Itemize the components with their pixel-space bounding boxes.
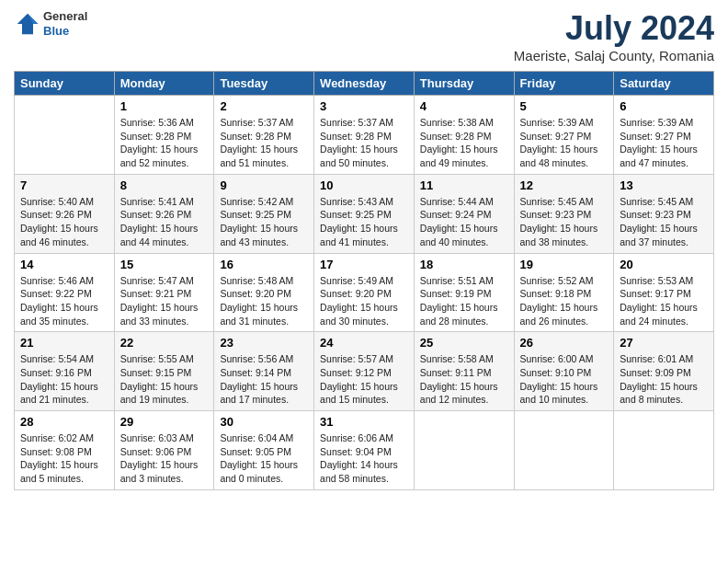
- day-info: Sunrise: 5:42 AM Sunset: 9:25 PM Dayligh…: [220, 195, 308, 249]
- calendar-cell: 7Sunrise: 5:40 AM Sunset: 9:26 PM Daylig…: [15, 174, 115, 253]
- day-info: Sunrise: 5:53 AM Sunset: 9:17 PM Dayligh…: [620, 274, 708, 328]
- weekday-header-monday: Monday: [114, 72, 214, 96]
- day-info: Sunrise: 6:01 AM Sunset: 9:09 PM Dayligh…: [620, 352, 708, 407]
- calendar-cell: 26Sunrise: 6:00 AM Sunset: 9:10 PM Dayli…: [514, 332, 614, 411]
- day-info: Sunrise: 5:39 AM Sunset: 9:27 PM Dayligh…: [520, 116, 609, 170]
- day-number: 14: [20, 258, 108, 271]
- calendar-cell: [614, 411, 714, 490]
- calendar-cell: 9Sunrise: 5:42 AM Sunset: 9:25 PM Daylig…: [214, 174, 314, 253]
- day-info: Sunrise: 5:44 AM Sunset: 9:24 PM Dayligh…: [420, 195, 508, 249]
- weekday-header-wednesday: Wednesday: [314, 72, 415, 96]
- calendar-cell: 31Sunrise: 6:06 AM Sunset: 9:04 PM Dayli…: [314, 411, 415, 490]
- day-number: 22: [120, 336, 209, 350]
- day-number: 5: [520, 99, 609, 113]
- day-info: Sunrise: 6:03 AM Sunset: 9:06 PM Dayligh…: [120, 431, 209, 486]
- calendar-cell: [15, 96, 115, 175]
- day-number: 26: [520, 336, 609, 350]
- calendar-cell: 2Sunrise: 5:37 AM Sunset: 9:28 PM Daylig…: [214, 96, 314, 175]
- calendar-cell: 28Sunrise: 6:02 AM Sunset: 9:08 PM Dayli…: [15, 411, 115, 490]
- day-info: Sunrise: 5:36 AM Sunset: 9:28 PM Dayligh…: [120, 116, 209, 170]
- calendar-cell: 21Sunrise: 5:54 AM Sunset: 9:16 PM Dayli…: [15, 332, 115, 411]
- day-number: 4: [420, 99, 508, 113]
- day-number: 30: [220, 415, 308, 429]
- day-number: 15: [120, 258, 209, 271]
- calendar-cell: 13Sunrise: 5:45 AM Sunset: 9:23 PM Dayli…: [614, 174, 714, 253]
- logo-text: General Blue: [43, 9, 87, 38]
- calendar-cell: 24Sunrise: 5:57 AM Sunset: 9:12 PM Dayli…: [314, 332, 415, 411]
- day-number: 28: [20, 415, 108, 429]
- calendar-cell: 3Sunrise: 5:37 AM Sunset: 9:28 PM Daylig…: [314, 96, 415, 175]
- day-number: 25: [420, 336, 508, 350]
- calendar-cell: 22Sunrise: 5:55 AM Sunset: 9:15 PM Dayli…: [114, 332, 214, 411]
- logo-icon: [14, 10, 41, 38]
- calendar-cell: 18Sunrise: 5:51 AM Sunset: 9:19 PM Dayli…: [414, 253, 514, 332]
- day-number: 31: [320, 415, 408, 429]
- day-number: 16: [220, 258, 308, 271]
- day-info: Sunrise: 5:58 AM Sunset: 9:11 PM Dayligh…: [420, 352, 508, 407]
- weekday-header-sunday: Sunday: [15, 72, 115, 96]
- day-number: 17: [320, 258, 408, 271]
- day-number: 13: [620, 178, 708, 192]
- day-info: Sunrise: 6:06 AM Sunset: 9:04 PM Dayligh…: [320, 431, 408, 486]
- calendar-cell: 10Sunrise: 5:43 AM Sunset: 9:25 PM Dayli…: [314, 174, 415, 253]
- calendar-cell: 8Sunrise: 5:41 AM Sunset: 9:26 PM Daylig…: [114, 174, 214, 253]
- day-info: Sunrise: 5:54 AM Sunset: 9:16 PM Dayligh…: [20, 352, 108, 407]
- calendar-cell: 4Sunrise: 5:38 AM Sunset: 9:28 PM Daylig…: [414, 96, 514, 175]
- day-info: Sunrise: 5:45 AM Sunset: 9:23 PM Dayligh…: [620, 195, 708, 249]
- day-info: Sunrise: 5:56 AM Sunset: 9:14 PM Dayligh…: [220, 352, 308, 407]
- calendar-cell: 5Sunrise: 5:39 AM Sunset: 9:27 PM Daylig…: [514, 96, 614, 175]
- day-info: Sunrise: 5:47 AM Sunset: 9:21 PM Dayligh…: [120, 274, 209, 328]
- day-number: 7: [20, 178, 108, 192]
- weekday-header-saturday: Saturday: [614, 72, 714, 96]
- day-number: 29: [120, 415, 209, 429]
- weekday-header-thursday: Thursday: [414, 72, 514, 96]
- day-info: Sunrise: 5:49 AM Sunset: 9:20 PM Dayligh…: [320, 274, 408, 328]
- calendar-cell: 1Sunrise: 5:36 AM Sunset: 9:28 PM Daylig…: [114, 96, 214, 175]
- day-info: Sunrise: 6:00 AM Sunset: 9:10 PM Dayligh…: [520, 352, 609, 407]
- page-header: General Blue July 2024 Maeriste, Salaj C…: [14, 9, 714, 63]
- calendar-cell: 23Sunrise: 5:56 AM Sunset: 9:14 PM Dayli…: [214, 332, 314, 411]
- day-number: 27: [620, 336, 708, 350]
- day-number: 2: [220, 99, 308, 113]
- weekday-header-friday: Friday: [514, 72, 614, 96]
- calendar-cell: 12Sunrise: 5:45 AM Sunset: 9:23 PM Dayli…: [514, 174, 614, 253]
- month-title: July 2024: [514, 9, 714, 48]
- day-info: Sunrise: 5:38 AM Sunset: 9:28 PM Dayligh…: [420, 116, 508, 170]
- day-number: 6: [620, 99, 708, 113]
- day-number: 8: [120, 178, 209, 192]
- day-number: 18: [420, 258, 508, 271]
- calendar-table: SundayMondayTuesdayWednesdayThursdayFrid…: [14, 71, 714, 490]
- calendar-cell: [414, 411, 514, 490]
- weekday-header-tuesday: Tuesday: [214, 72, 314, 96]
- day-info: Sunrise: 5:39 AM Sunset: 9:27 PM Dayligh…: [620, 116, 708, 170]
- day-number: 19: [520, 258, 609, 271]
- day-number: 21: [20, 336, 108, 350]
- day-number: 1: [120, 99, 209, 113]
- day-info: Sunrise: 6:04 AM Sunset: 9:05 PM Dayligh…: [220, 431, 308, 486]
- calendar-cell: 16Sunrise: 5:48 AM Sunset: 9:20 PM Dayli…: [214, 253, 314, 332]
- calendar-cell: 11Sunrise: 5:44 AM Sunset: 9:24 PM Dayli…: [414, 174, 514, 253]
- day-info: Sunrise: 5:46 AM Sunset: 9:22 PM Dayligh…: [20, 274, 108, 328]
- logo: General Blue: [14, 9, 87, 38]
- day-info: Sunrise: 5:43 AM Sunset: 9:25 PM Dayligh…: [320, 195, 408, 249]
- calendar-cell: 15Sunrise: 5:47 AM Sunset: 9:21 PM Dayli…: [114, 253, 214, 332]
- title-block: July 2024 Maeriste, Salaj County, Romani…: [514, 9, 714, 63]
- calendar-cell: 14Sunrise: 5:46 AM Sunset: 9:22 PM Dayli…: [15, 253, 115, 332]
- day-number: 12: [520, 178, 609, 192]
- day-number: 20: [620, 258, 708, 271]
- day-number: 3: [320, 99, 408, 113]
- calendar-cell: 17Sunrise: 5:49 AM Sunset: 9:20 PM Dayli…: [314, 253, 415, 332]
- day-info: Sunrise: 5:52 AM Sunset: 9:18 PM Dayligh…: [520, 274, 609, 328]
- day-info: Sunrise: 5:48 AM Sunset: 9:20 PM Dayligh…: [220, 274, 308, 328]
- location: Maeriste, Salaj County, Romania: [514, 48, 714, 63]
- calendar-cell: 30Sunrise: 6:04 AM Sunset: 9:05 PM Dayli…: [214, 411, 314, 490]
- calendar-cell: 25Sunrise: 5:58 AM Sunset: 9:11 PM Dayli…: [414, 332, 514, 411]
- day-number: 10: [320, 178, 408, 192]
- day-number: 11: [420, 178, 508, 192]
- calendar-cell: 19Sunrise: 5:52 AM Sunset: 9:18 PM Dayli…: [514, 253, 614, 332]
- day-number: 24: [320, 336, 408, 350]
- day-info: Sunrise: 5:55 AM Sunset: 9:15 PM Dayligh…: [120, 352, 209, 407]
- day-info: Sunrise: 5:45 AM Sunset: 9:23 PM Dayligh…: [520, 195, 609, 249]
- day-info: Sunrise: 5:40 AM Sunset: 9:26 PM Dayligh…: [20, 195, 108, 249]
- day-info: Sunrise: 5:41 AM Sunset: 9:26 PM Dayligh…: [120, 195, 209, 249]
